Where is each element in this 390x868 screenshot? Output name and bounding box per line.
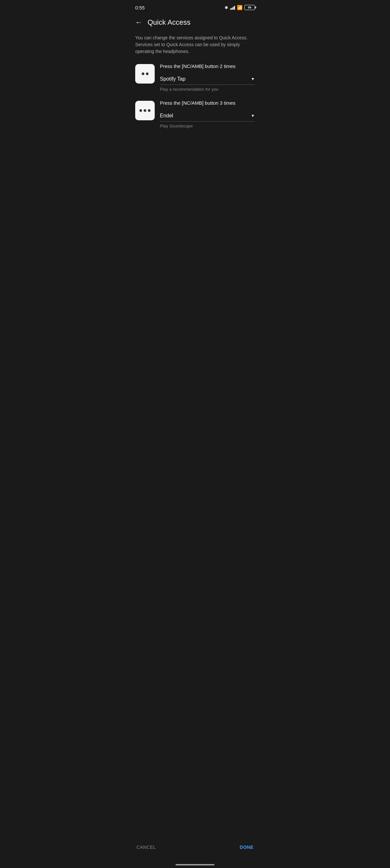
chevron-down-icon: ▼ xyxy=(251,77,255,81)
two-dots-icon xyxy=(135,64,155,84)
endel-description: Play Soundscape xyxy=(160,124,255,128)
battery-level: 89 xyxy=(248,6,251,9)
section-two-press-content: Press the [NC/AMB] button 2 times Spotif… xyxy=(160,63,255,92)
section-two-press-label: Press the [NC/AMB] button 2 times xyxy=(160,63,255,69)
endel-value: Endel xyxy=(160,113,173,119)
battery-icon: 89 xyxy=(245,5,255,10)
spotify-tap-dropdown[interactable]: Spotify Tap ▼ Play a recommendation for … xyxy=(160,73,255,92)
signal-bar-2 xyxy=(231,8,232,10)
three-dots-icon xyxy=(135,101,155,120)
signal-bar-4 xyxy=(234,6,235,10)
header: ← Quick Access xyxy=(130,14,260,32)
endel-select[interactable]: Endel ▼ xyxy=(160,110,255,122)
page-description: You can change the services assigned to … xyxy=(130,32,260,63)
endel-dropdown[interactable]: Endel ▼ Play Soundscape xyxy=(160,110,255,128)
signal-bar-3 xyxy=(233,7,234,10)
page-title: Quick Access xyxy=(148,18,190,27)
section-three-press-label: Press the [NC/AMB] button 3 times xyxy=(160,99,255,106)
section-three-press-content: Press the [NC/AMB] button 3 times Endel … xyxy=(160,99,255,128)
section-three-press: Press the [NC/AMB] button 3 times Endel … xyxy=(130,99,260,136)
dot-3 xyxy=(139,109,142,112)
status-icons: ✱ 📶 89 xyxy=(225,5,255,10)
spotify-tap-select[interactable]: Spotify Tap ▼ xyxy=(160,73,255,85)
dot-4 xyxy=(144,109,146,112)
dot-5 xyxy=(148,109,151,112)
section-two-press: Press the [NC/AMB] button 2 times Spotif… xyxy=(130,63,260,99)
chevron-down-icon-2: ▼ xyxy=(251,114,255,118)
spotify-tap-value: Spotify Tap xyxy=(160,76,186,82)
status-bar: 0:55 ✱ 📶 89 xyxy=(130,0,260,14)
status-time: 0:55 xyxy=(135,5,144,10)
signal-bar-1 xyxy=(230,8,231,10)
dot-2 xyxy=(146,72,149,75)
spotify-tap-description: Play a recommendation for you xyxy=(160,87,255,92)
bluetooth-icon: ✱ xyxy=(225,5,228,10)
signal-bars-icon xyxy=(230,5,235,10)
dot-1 xyxy=(142,72,144,75)
wifi-icon: 📶 xyxy=(237,5,242,10)
back-button[interactable]: ← xyxy=(135,18,142,27)
